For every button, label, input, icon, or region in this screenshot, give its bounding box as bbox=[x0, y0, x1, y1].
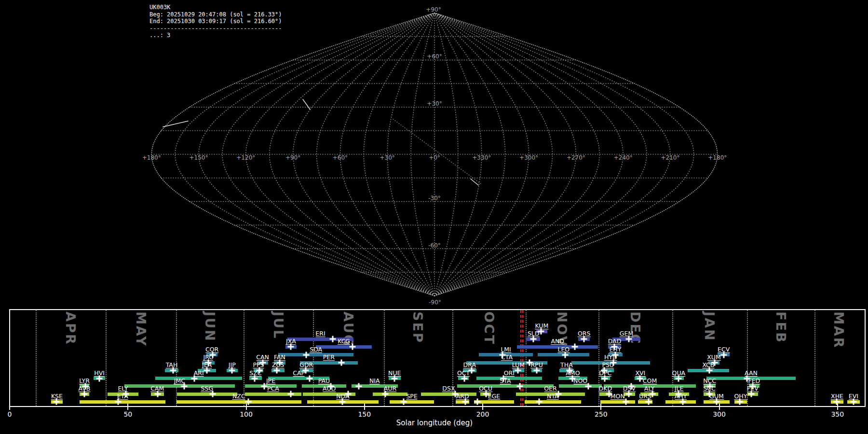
month-gridline-apr bbox=[36, 310, 37, 406]
shower-peak-marker-PER bbox=[339, 360, 345, 366]
shower-peak-marker-XCB bbox=[706, 367, 712, 374]
shower-peak-marker-GUM bbox=[714, 399, 720, 405]
shower-peak-marker-STA bbox=[517, 383, 523, 389]
longitude-label: +180° bbox=[142, 154, 161, 161]
x-axis-inner-tick bbox=[482, 403, 483, 406]
shower-peak-marker-ZCS bbox=[273, 367, 280, 374]
x-axis-tick-label: 100 bbox=[240, 410, 253, 418]
month-label-may: MAY bbox=[134, 312, 149, 347]
month-label-feb: FEB bbox=[773, 312, 788, 343]
longitude-label: +150° bbox=[190, 154, 208, 161]
month-gridline-may bbox=[106, 310, 107, 406]
latitude-label: -60° bbox=[428, 242, 441, 249]
shower-label-JPE: JPE bbox=[266, 378, 275, 384]
shower-peak-marker-AVB bbox=[81, 391, 88, 397]
x-axis-tick-label: 150 bbox=[358, 410, 371, 418]
month-gridline-mar bbox=[814, 310, 815, 406]
month-gridline-jul bbox=[244, 310, 244, 406]
shower-peak-marker-JMC bbox=[181, 383, 188, 389]
month-gridline-aug bbox=[313, 310, 314, 406]
shower-peak-marker-JXA bbox=[288, 344, 294, 350]
shower-bar-ARI bbox=[155, 377, 242, 380]
longitude-label: +330° bbox=[472, 154, 491, 161]
shower-peak-marker-XVI bbox=[637, 375, 643, 381]
shower-label-SPE: SPE bbox=[406, 393, 417, 400]
shower-peak-marker-NIA bbox=[356, 383, 362, 389]
shower-bar-NTA bbox=[525, 400, 581, 404]
meteor-trail bbox=[471, 179, 478, 185]
shower-label-AND: AND bbox=[551, 338, 564, 345]
x-axis-tick bbox=[246, 407, 247, 410]
x-axis-tick-label: 50 bbox=[123, 410, 132, 418]
x-axis-tick bbox=[482, 407, 483, 410]
x-axis-tick-label: 300 bbox=[713, 410, 726, 418]
latitude-label: +30° bbox=[427, 100, 442, 107]
shower-peak-marker-SSG bbox=[209, 391, 216, 397]
month-gridline-jan bbox=[672, 310, 673, 406]
shower-peak-marker-EGE bbox=[475, 399, 481, 405]
shower-bar-MON bbox=[600, 400, 635, 404]
shower-label-EGE: EGE bbox=[488, 393, 500, 400]
radiant-map-screen: UK003K Beg: 20251029 20:47:08 (sol = 216… bbox=[0, 0, 868, 434]
shower-peak-marker-CAP bbox=[307, 375, 313, 381]
x-axis-inner-tick bbox=[600, 403, 601, 406]
x-axis-tick-label: 200 bbox=[476, 410, 489, 418]
shower-peak-marker-JPE bbox=[261, 383, 267, 389]
longitude-label: +0° bbox=[429, 154, 440, 161]
meteor-trail bbox=[303, 99, 310, 109]
x-axis-tick-label: 250 bbox=[595, 410, 608, 418]
shower-peak-marker-PCA bbox=[288, 391, 294, 397]
shower-peak-marker-NDA bbox=[339, 399, 346, 405]
x-axis-tick bbox=[127, 407, 128, 410]
month-label-jun: JUN bbox=[203, 312, 217, 342]
pole-label-north: +90° bbox=[426, 6, 441, 13]
shower-bar-SPE bbox=[390, 400, 434, 404]
x-axis-title: Solar longitude (deg) bbox=[396, 419, 473, 427]
longitude-label: +300° bbox=[519, 154, 538, 161]
shower-bar-SDA bbox=[278, 353, 353, 356]
latitude-label: +60° bbox=[427, 53, 442, 60]
x-axis-tick-label: 350 bbox=[831, 410, 844, 418]
month-gridline-jun bbox=[176, 310, 177, 406]
shower-peak-marker-NZC bbox=[245, 399, 251, 405]
x-axis-inner-tick bbox=[364, 403, 365, 406]
month-label-jan: JAN bbox=[702, 312, 717, 342]
shower-peak-marker-XHE bbox=[833, 399, 840, 405]
shower-bar-ETA bbox=[80, 400, 165, 404]
shower-label-COM: COM bbox=[643, 378, 657, 384]
shower-peak-marker-LEO bbox=[562, 352, 569, 358]
longitude-label: +120° bbox=[236, 154, 255, 161]
shower-peak-marker-SZC bbox=[252, 375, 258, 381]
shower-peak-marker-ORS bbox=[581, 336, 587, 342]
shower-bar-NZC bbox=[176, 400, 301, 404]
shower-peak-marker-MON bbox=[623, 399, 629, 405]
shower-bar-KCG bbox=[316, 345, 372, 349]
shower-bar-STA bbox=[457, 384, 554, 388]
shower-label-NZC: NZC bbox=[232, 393, 245, 400]
shower-peak-marker-NUE bbox=[392, 375, 398, 381]
current-sol-line-end bbox=[522, 310, 523, 406]
shower-peak-marker-JEA bbox=[204, 367, 210, 374]
shower-peak-marker-NOO bbox=[585, 383, 591, 389]
x-axis-tick bbox=[719, 407, 720, 410]
longitude-label: +180° bbox=[708, 154, 727, 161]
sky-map: +90°-90°+60°+30°-30°-60°+180°+150°+120°+… bbox=[0, 0, 868, 318]
shower-bar-NOO bbox=[559, 384, 602, 388]
shower-peak-marker-QUA bbox=[676, 375, 682, 381]
shower-label-PER: PER bbox=[323, 354, 335, 361]
shower-peak-marker-TAH bbox=[170, 367, 176, 374]
shower-peak-marker-OCT bbox=[461, 375, 468, 381]
longitude-label: +240° bbox=[614, 154, 633, 161]
x-axis-tick bbox=[837, 407, 838, 410]
shower-peak-marker-KCG bbox=[350, 344, 356, 350]
shower-peak-marker-GEM bbox=[626, 336, 632, 342]
shower-peak-marker-EVI bbox=[851, 399, 857, 405]
shower-peak-marker-URS bbox=[645, 399, 651, 405]
shower-peak-marker-FEV bbox=[748, 391, 755, 397]
shower-peak-marker-LUM bbox=[515, 367, 521, 374]
month-label-apr: APR bbox=[63, 312, 78, 345]
shower-peak-marker-ECV bbox=[721, 352, 727, 358]
shower-label-NIA: NIA bbox=[369, 378, 380, 384]
latitude-label: -30° bbox=[428, 195, 441, 202]
x-axis-tick bbox=[364, 407, 365, 410]
